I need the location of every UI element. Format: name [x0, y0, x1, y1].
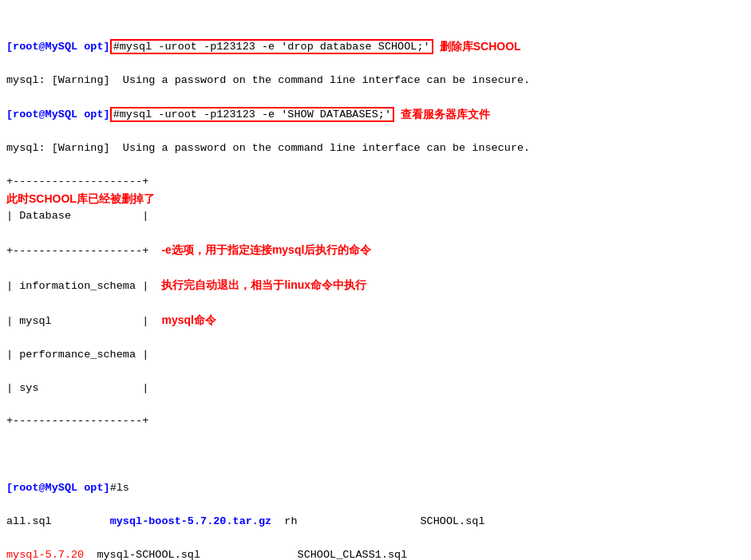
db-header-1: | Database | [6, 208, 745, 225]
annotation-2: 查看服务器库文件 [401, 108, 490, 120]
ls-files-2: mysql-5.7.20 mysql-SCHOOL.sql SCHOOL_CLA… [6, 547, 745, 560]
cmd-box-1: #mysql -uroot -p123123 -e 'drop database… [110, 39, 433, 54]
warning-2: mysql: [Warning] Using a password on the… [6, 142, 530, 154]
db-row-2: | mysql | mysql命令 [6, 312, 745, 330]
line-3: [root@MySQL opt]#mysql -uroot -p123123 -… [6, 106, 745, 124]
ls-line: [root@MySQL opt]#ls [6, 480, 745, 497]
prompt-1: [root@MySQL opt] [6, 41, 110, 53]
line-2: mysql: [Warning] Using a password on the… [6, 73, 745, 89]
db-row-1: | information_schema | 执行完自动退出，相当于linux命… [6, 277, 745, 295]
prompt-3: [root@MySQL opt] [6, 482, 110, 494]
line-4: mysql: [Warning] Using a password on the… [6, 140, 745, 157]
db-row-4: | sys | [6, 381, 745, 397]
ls-file-boost: mysql-boost-5.7.20.tar.gz [110, 515, 272, 527]
terminal-container: [root@MySQL opt]#mysql -uroot -p123123 -… [0, 0, 751, 560]
line-1: [root@MySQL opt]#mysql -uroot -p123123 -… [6, 38, 745, 56]
table-bot-1: +--------------------+ [6, 413, 745, 430]
warning-1: mysql: [Warning] Using a password on the… [6, 74, 530, 86]
prompt-2: [root@MySQL opt] [6, 108, 110, 120]
db-row-3: | performance_schema | [6, 347, 745, 364]
ls-files-1: all.sql mysql-boost-5.7.20.tar.gz rh SCH… [6, 514, 745, 530]
annotation-1: 删除库SCHOOL [440, 40, 521, 53]
cmd-box-2: #mysql -uroot -p123123 -e 'SHOW DATABASE… [110, 107, 394, 122]
blank-1 [6, 447, 745, 463]
annotation-5: 执行完自动退出，相当于linux命令中执行 [161, 278, 366, 291]
ls-file-mysql: mysql-5.7.20 [6, 549, 84, 560]
annotation-4: -e选项，用于指定连接mysql后执行的命令 [161, 243, 371, 256]
table-top-1: +--------------------+ [6, 174, 745, 191]
annotation-3: 此时SCHOOL库已经被删掉了 [6, 192, 155, 205]
table-sep-1: +--------------------+ -e选项，用于指定连接mysql后… [6, 242, 745, 260]
annotation-6: mysql命令 [161, 314, 215, 326]
